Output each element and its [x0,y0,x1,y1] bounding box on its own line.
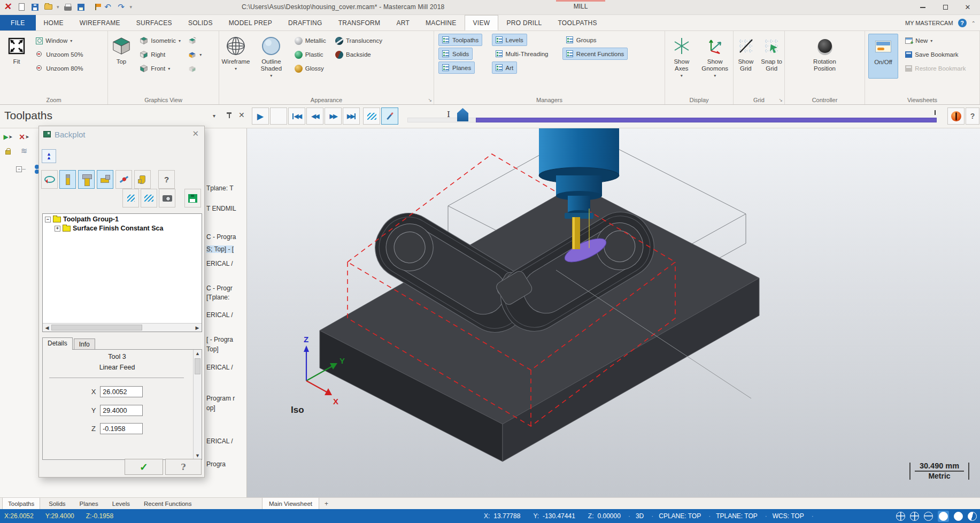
tab-info[interactable]: Info [74,339,95,350]
collapse-node-icon[interactable]: − [45,217,51,222]
machine-group-expander-icon[interactable]: −– [15,164,27,174]
tab-pro-drill[interactable]: PRO DRILL [498,15,550,30]
tab-toolpaths[interactable]: TOOLPATHS [550,15,605,30]
select-all-icon[interactable]: ▶➤ [2,132,14,142]
backplot-cycle-button[interactable] [41,170,58,189]
unzoom-80-button[interactable]: Unzoom 80% [36,61,83,75]
backplot-stop-button[interactable] [270,107,287,125]
redo-icon[interactable]: ↷ [117,2,126,12]
collapse-panel-button[interactable]: ▲▲ [42,149,56,163]
save-geometry-button[interactable] [184,189,201,207]
backplot-close-icon[interactable]: ✕ [192,129,199,139]
filter-icon[interactable]: ≋ [18,145,30,156]
trace-mode-button[interactable] [122,189,139,207]
wireframe-globe-icon[interactable] [896,512,905,521]
viewsheets-on-off-button[interactable]: On/Off [868,34,898,79]
tab-surfaces[interactable]: SURFACES [128,15,180,30]
y-coordinate-field[interactable] [100,405,143,416]
scroll-up-icon[interactable]: ▲ [194,351,202,356]
collapse-ribbon-icon[interactable]: ⌃ [971,20,976,26]
add-viewsheet-button[interactable]: + [319,498,334,510]
restore-button[interactable] [934,0,956,14]
context-tab-mill[interactable]: MILL [556,3,605,10]
graphics-viewport[interactable]: Z Y X Iso 30.490 mm Metric [247,128,980,497]
tab-home[interactable]: HOME [36,15,72,30]
backside-button[interactable]: Backside [335,48,382,61]
show-grid-button[interactable]: Show Grid [734,34,758,72]
unzoom-50-button[interactable]: Unzoom 50% [36,48,83,61]
hidden-line-globe-icon[interactable] [910,512,919,521]
lock-icon[interactable] [2,145,14,156]
z-coordinate-field[interactable] [100,423,143,434]
save-bookmark-button[interactable]: Save Bookmark [905,48,966,61]
panel-tab-recent-functions[interactable]: Recent Functions [138,498,197,510]
outline-shaded-button[interactable]: Outline Shaded▾ [254,34,288,79]
restore-bookmark-button[interactable]: Restore Bookmark [905,61,966,75]
panel-menu-icon[interactable]: ▾ [213,113,215,119]
display-quality-button[interactable] [947,107,964,125]
panel-tab-planes[interactable]: Planes [74,498,104,510]
levels-manager-button[interactable]: Levels [492,34,527,46]
cplane-selector[interactable]: CPLANE: TOP [659,512,701,520]
dimension-mode[interactable]: 3D [636,512,644,520]
help-icon[interactable]: ? [958,19,967,27]
front-view-button[interactable]: Front▾ [140,61,181,75]
open-folder-icon[interactable] [43,2,53,12]
display-tool-button[interactable] [59,170,76,189]
metallic-button[interactable]: Metallic [295,34,326,48]
show-axes-button[interactable]: Show Axes▾ [667,34,697,79]
wcs-selector[interactable]: WCS: TOP [773,512,804,520]
show-gnomons-button[interactable]: Show Gnomons▾ [698,34,731,79]
fit-button[interactable]: Fit [2,34,31,65]
tab-wireframe[interactable]: WIREFRAME [72,15,128,30]
save-icon[interactable] [30,2,40,12]
rotation-position-button[interactable]: Rotation Position [804,34,846,72]
display-holder-button[interactable] [78,170,95,189]
tree-node-operation[interactable]: + Surface Finish Constant Sca [43,223,202,232]
dialog-help-button[interactable]: ? [165,459,202,475]
appearance-dialog-launcher-icon[interactable]: ↘ [428,97,432,103]
new-viewsheet-button[interactable]: New▾ [905,34,966,48]
playback-help-button[interactable]: ? [966,107,979,125]
tab-solids[interactable]: SOLIDS [180,15,221,30]
groups-manager-button[interactable]: Groups [562,34,600,46]
view-rotate-button[interactable] [188,34,202,48]
step-to-start-button[interactable]: ◀◀ [288,107,305,125]
tab-details[interactable]: Details [42,337,73,350]
tab-model-prep[interactable]: MODEL PREP [221,15,280,30]
tree-horizontal-scrollbar[interactable]: ◀ ▶ [43,323,202,332]
scrollbar-thumb[interactable] [195,358,200,374]
panel-pin-icon[interactable] [227,112,232,119]
tree-node-group[interactable]: − Toolpath Group-1 [43,214,202,223]
view-section-button[interactable] [188,61,202,75]
planes-manager-button[interactable]: Planes [438,61,475,74]
expand-node-icon[interactable]: + [55,226,60,232]
panel-close-icon[interactable]: ✕ [238,111,245,119]
new-file-icon[interactable] [17,2,26,12]
plastic-button[interactable]: Plastic [295,48,326,61]
backplot-dialog-titlebar[interactable]: Backplot [39,126,204,142]
scrollbar-thumb[interactable] [51,325,142,330]
customize-qat-icon[interactable]: ▾ [130,4,133,10]
right-view-button[interactable]: Right [140,48,181,61]
follow-tool-button[interactable] [381,107,398,125]
panel-tab-solids[interactable]: Solids [43,498,71,510]
ok-button[interactable]: ✓ [125,459,163,475]
toolpaths-manager-button[interactable]: Toolpaths [438,34,482,46]
deselect-all-icon[interactable]: ✕➤ [18,132,30,142]
tab-file[interactable]: FILE [0,15,36,30]
panel-tab-levels[interactable]: Levels [107,498,135,510]
view-normal-button[interactable]: ▾ [188,48,202,61]
art-manager-button[interactable]: Art [492,61,518,74]
solids-manager-button[interactable]: Solids [438,48,473,60]
save-as-icon[interactable] [76,2,86,12]
minimize-button[interactable] [912,0,934,14]
window-zoom-button[interactable]: Window▾ [36,34,83,48]
flag-icon[interactable] [90,2,99,12]
multi-threading-manager-button[interactable]: Multi-Threading [492,48,552,60]
scroll-down-icon[interactable]: ▼ [194,453,202,458]
print-icon[interactable] [63,2,73,12]
tab-view[interactable]: VIEW [465,15,499,30]
glossy-button[interactable]: Glossy [295,61,326,75]
tab-machine[interactable]: MACHINE [418,15,464,30]
